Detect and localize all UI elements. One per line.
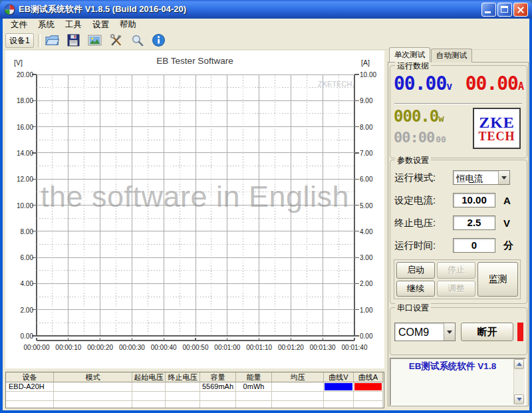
save-icon <box>66 33 80 47</box>
zoom-button[interactable] <box>130 33 145 48</box>
menu-item-tools[interactable]: 工具 <box>60 19 87 31</box>
column-header: 曲线V <box>324 372 354 382</box>
dropdown-arrow-icon[interactable] <box>444 323 455 341</box>
table-cell <box>54 401 132 408</box>
scroll-up-icon[interactable] <box>514 359 524 369</box>
current-display: 00.00A <box>466 74 524 93</box>
stop-button[interactable]: 停止 <box>437 262 475 279</box>
table-cell <box>200 401 236 408</box>
tab-bar: 单次测试 自动测试 <box>389 49 473 62</box>
y-axis-right-label: 3.00 <box>360 254 386 261</box>
monitor-button[interactable]: 监测 <box>477 262 518 297</box>
column-header: 设备 <box>6 372 54 382</box>
overlay-caption: the software in English <box>5 180 384 214</box>
param-label: 运行模式: <box>394 172 453 184</box>
column-header: 容量 <box>200 372 236 382</box>
image-button[interactable] <box>87 33 102 48</box>
column-header: 曲线A <box>354 372 383 382</box>
y-axis-right-label: 1.00 <box>360 307 386 314</box>
param-unit: A <box>503 195 511 206</box>
param-row-run-time: 运行时间:0分 <box>394 237 527 253</box>
curve-v-cell <box>324 392 354 401</box>
table-row[interactable]: EBD-A20H5569mAh0mWh <box>6 382 384 392</box>
run-data-group-label: 运行数据 <box>395 61 431 72</box>
table-cell <box>132 401 166 408</box>
parameter-group-label: 参数设置 <box>395 155 431 166</box>
y-axis-left-label: 18.00 <box>7 97 33 104</box>
menu-item-system[interactable]: 系统 <box>33 19 60 31</box>
table-row[interactable] <box>6 392 384 401</box>
y-axis-left-label: 8.00 <box>7 228 33 235</box>
param-unit: V <box>503 217 510 229</box>
selected-value: 恒电流 <box>454 171 498 184</box>
tools-button[interactable] <box>108 33 124 48</box>
chart-panel: EB Tester Software [V] [A] 20.0018.0016.… <box>5 51 384 368</box>
param-rows: 运行模式:恒电流设定电流:10.00A终止电压:2.5V运行时间:0分 <box>390 160 527 253</box>
cutoff-voltage-input[interactable]: 2.5 <box>453 215 495 230</box>
y-axis-right-label: 0.00 <box>360 333 386 340</box>
close-button[interactable] <box>513 3 528 17</box>
param-unit: 分 <box>503 239 513 252</box>
menu-item-help[interactable]: 帮助 <box>114 19 142 31</box>
tab-auto-test[interactable]: 自动测试 <box>431 49 472 63</box>
menu-item-settings[interactable]: 设置 <box>87 19 114 31</box>
table-row[interactable] <box>6 401 384 408</box>
control-buttons: 启动 停止 监测 继续 调整 <box>394 259 521 299</box>
run-time-input[interactable]: 0 <box>453 238 495 253</box>
curve-v-cell <box>324 401 354 408</box>
y-axis-right-label: 7.00 <box>360 150 386 157</box>
log-textbox[interactable]: EB测试系统软件 V1.8 <box>390 358 526 406</box>
run-mode-select[interactable]: 恒电流 <box>453 170 510 185</box>
app-icon <box>4 4 15 15</box>
set-current-input[interactable]: 10.00 <box>453 193 495 207</box>
table-cell <box>236 392 272 401</box>
maximize-button[interactable] <box>497 3 512 17</box>
start-button[interactable]: 启动 <box>396 262 435 279</box>
save-button[interactable] <box>66 33 81 48</box>
device-1-button[interactable]: 设备1 <box>5 33 34 48</box>
table-header-row: 设备模式起始电压终止电压容量能量均压曲线V曲线A <box>6 372 384 382</box>
log-scrollbar[interactable] <box>513 359 525 404</box>
param-label: 运行时间: <box>394 239 453 252</box>
table-cell <box>200 392 236 401</box>
dropdown-arrow-icon[interactable] <box>498 171 509 184</box>
menu-item-file[interactable]: 文件 <box>5 19 33 31</box>
app-window: EB测试系统软件 V1.8.5 (Build 2016-04-20) 文件系统工… <box>0 0 532 413</box>
table-cell <box>236 401 272 408</box>
device-table: 设备模式起始电压终止电压容量能量均压曲线V曲线AEBD-A20H5569mAh0… <box>5 372 384 408</box>
power-display: 000.0w <box>394 108 444 124</box>
y-axis-right-label: 10.00 <box>360 71 386 78</box>
table-cell <box>272 392 324 401</box>
open-folder-button[interactable] <box>45 33 60 48</box>
time-seconds: 00 <box>436 134 446 144</box>
voltage-display: 00.00v <box>394 74 452 93</box>
power-unit: w <box>438 113 444 124</box>
table-cell <box>166 392 200 401</box>
y-axis-right-label: 8.00 <box>360 124 386 131</box>
y-axis-right-label: 2.00 <box>360 280 386 287</box>
y-axis-right-label: 4.00 <box>360 228 386 235</box>
curve-v-cell <box>324 382 354 392</box>
adjust-button[interactable]: 调整 <box>437 281 475 297</box>
y-axis-left-label: 6.00 <box>7 254 33 261</box>
minimize-button[interactable] <box>481 3 496 17</box>
right-panel: 单次测试 自动测试 运行数据 00.00v 00.00A 000.0w 00:0… <box>388 49 529 406</box>
tools-icon <box>109 33 123 47</box>
y-axis-left-label: 0.00 <box>7 333 33 340</box>
com-port-value: COM9 <box>395 323 444 341</box>
resume-button[interactable]: 继续 <box>396 281 435 297</box>
client-area: 文件系统工具设置帮助 设备1 EB Tester Software [V] [A… <box>3 19 529 410</box>
param-label: 设定电流: <box>394 194 453 207</box>
title-bar[interactable]: EB测试系统软件 V1.8.5 (Build 2016-04-20) <box>0 0 532 19</box>
scroll-down-icon[interactable] <box>514 394 524 404</box>
x-axis-label: 00:01:40 <box>334 344 374 351</box>
y-axis-left-label: 14.00 <box>7 150 33 157</box>
com-port-select[interactable]: COM9 <box>394 323 456 341</box>
run-data-group: 运行数据 00.00v 00.00A 000.0w 00:0000 ZKE TE… <box>390 65 527 158</box>
toolbar-icons <box>45 33 166 48</box>
y-axis-left-label: 16.00 <box>7 124 33 131</box>
table-cell <box>272 401 324 408</box>
disconnect-button[interactable]: 断开 <box>461 323 513 341</box>
info-button[interactable] <box>151 33 166 48</box>
tab-single-test[interactable]: 单次测试 <box>389 47 430 62</box>
